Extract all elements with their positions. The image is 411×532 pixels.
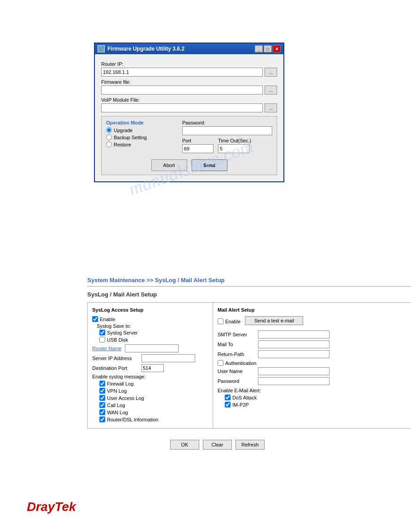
server-ip-input[interactable] <box>141 354 195 362</box>
radio-restore-input[interactable] <box>106 142 112 147</box>
mail-enable-row: Enable Send a test e-mail <box>218 316 409 328</box>
send-test-button[interactable]: Send a test e-mail <box>245 316 303 325</box>
password-input[interactable] <box>182 126 272 135</box>
wan-log-label: WAN Log <box>107 410 128 415</box>
router-dsl-row: Router/DSL information <box>99 416 208 422</box>
call-log-checkbox[interactable] <box>99 402 105 408</box>
user-name-input[interactable] <box>258 367 330 375</box>
user-access-log-checkbox[interactable] <box>99 395 105 401</box>
syslog-access-title: SysLog Access Setup <box>92 307 208 313</box>
call-log-label: Call Log <box>107 403 125 408</box>
mail-password-input[interactable] <box>258 377 330 385</box>
mail-to-row: Mail To <box>218 340 409 348</box>
port-row: Port Time Out(Sec.) <box>182 138 272 153</box>
auth-checkbox[interactable] <box>218 360 223 366</box>
operation-section: Operation Mode Upgrade Backup Setting <box>101 116 277 175</box>
syslog-enable-row: Enable <box>92 316 208 322</box>
firmware-file-input[interactable] <box>101 86 263 94</box>
dest-port-row: Destination Port <box>92 364 208 372</box>
operation-mode-col: Operation Mode Upgrade Backup Setting <box>106 120 178 153</box>
abort-button[interactable]: Abort <box>151 159 187 171</box>
voip-browse-button[interactable]: ... <box>265 103 277 112</box>
auth-row: Authentication <box>218 360 409 366</box>
dos-attack-checkbox[interactable] <box>225 395 231 400</box>
return-path-input[interactable] <box>258 350 330 358</box>
syslog-server-row: Syslog Server <box>99 330 208 335</box>
refresh-button[interactable]: Refresh <box>235 440 265 450</box>
firmware-upgrade-window: 🔧 Firmware Upgrade Utility 3.6.2 _ □ ✕ R… <box>94 43 284 182</box>
router-ip-browse-button[interactable]: ... <box>265 68 277 77</box>
usb-disk-label: USB Disk <box>107 337 128 343</box>
server-ip-label: Server IP Address <box>92 356 141 361</box>
close-button[interactable]: ✕ <box>273 45 281 52</box>
dos-attack-row: DoS Attack <box>225 395 409 400</box>
vpn-log-label: VPN Log <box>107 388 127 394</box>
router-dsl-checkbox[interactable] <box>99 416 105 422</box>
enable-email-alert-label: Enable E-Mail Alert: <box>218 388 409 393</box>
im-p2p-row: IM-P2P <box>225 402 409 408</box>
timeout-group: Time Out(Sec.) <box>218 138 251 153</box>
call-log-row: Call Log <box>99 402 208 408</box>
firmware-browse-button[interactable]: ... <box>265 86 277 94</box>
router-name-link[interactable]: Router Name <box>92 346 121 351</box>
router-ip-row: ... <box>101 68 277 77</box>
im-p2p-checkbox[interactable] <box>225 402 231 408</box>
radio-backup-input[interactable] <box>106 134 112 140</box>
router-name-input[interactable] <box>125 344 179 352</box>
radio-upgrade-input[interactable] <box>106 127 112 133</box>
clear-button[interactable]: Clear <box>203 440 232 450</box>
firewall-log-checkbox[interactable] <box>99 381 105 386</box>
server-ip-row: Server IP Address <box>92 354 208 362</box>
logo-tek: Tek <box>55 500 76 514</box>
mail-alert-panel: Mail Alert Setup Enable Send a test e-ma… <box>213 303 411 428</box>
vpn-log-checkbox[interactable] <box>99 388 105 394</box>
router-dsl-label: Router/DSL information <box>107 417 158 422</box>
mail-enable-label: Enable <box>225 319 240 324</box>
firewall-log-row: Firewall Log <box>99 381 208 386</box>
user-access-log-row: User Access Log <box>99 395 208 401</box>
wan-log-checkbox[interactable] <box>99 409 105 415</box>
syslog-form-container: SysLog Access Setup Enable Syslog Save t… <box>87 302 411 429</box>
router-name-row: Router Name <box>92 344 208 352</box>
radio-backup[interactable]: Backup Setting <box>106 134 178 140</box>
mail-to-label: Mail To <box>218 342 258 347</box>
smtp-server-input[interactable] <box>258 330 330 339</box>
user-access-log-label: User Access Log <box>107 395 144 401</box>
firewall-log-label: Firewall Log <box>107 381 133 386</box>
radio-upgrade[interactable]: Upgrade <box>106 127 178 133</box>
minimize-button[interactable]: _ <box>255 45 263 52</box>
syslog-enable-checkbox[interactable] <box>92 316 98 322</box>
mail-to-input[interactable] <box>258 340 330 348</box>
return-path-row: Return-Path <box>218 350 409 358</box>
dest-port-input[interactable] <box>141 364 164 372</box>
app-icon: 🔧 <box>98 45 105 52</box>
dest-port-label: Destination Port <box>92 365 141 371</box>
logo-dray: Dray <box>27 500 55 514</box>
maximize-button[interactable]: □ <box>264 45 272 52</box>
usb-disk-row: USB Disk <box>99 337 208 343</box>
radio-restore[interactable]: Restore <box>106 142 178 147</box>
send-button[interactable]: Send <box>192 159 227 171</box>
password-col: Password: Port Time Out(Sec.) <box>182 120 272 153</box>
firmware-file-label: Firmware file: <box>101 79 277 85</box>
window-title: Firmware Upgrade Utility 3.6.2 <box>107 46 184 52</box>
fw-action-buttons: Abort Send <box>106 159 272 171</box>
port-label: Port <box>182 138 214 143</box>
return-path-label: Return-Path <box>218 352 258 357</box>
router-ip-input[interactable] <box>101 68 263 77</box>
ok-button[interactable]: OK <box>170 440 199 450</box>
titlebar-buttons: _ □ ✕ <box>255 45 281 52</box>
wan-log-row: WAN Log <box>99 409 208 415</box>
timeout-input[interactable] <box>218 144 249 153</box>
voip-module-input[interactable] <box>101 103 263 112</box>
radio-upgrade-label: Upgrade <box>114 128 133 133</box>
im-p2p-label: IM-P2P <box>232 402 249 408</box>
user-name-label: User Name <box>218 369 258 374</box>
usb-disk-checkbox[interactable] <box>99 337 105 343</box>
syslog-server-checkbox[interactable] <box>99 330 105 335</box>
mail-enable-checkbox[interactable] <box>218 318 223 324</box>
titlebar: 🔧 Firmware Upgrade Utility 3.6.2 _ □ ✕ <box>95 43 283 54</box>
bottom-buttons: OK Clear Refresh <box>170 440 265 450</box>
port-input[interactable] <box>182 144 214 153</box>
inner-grid: Operation Mode Upgrade Backup Setting <box>106 120 272 153</box>
